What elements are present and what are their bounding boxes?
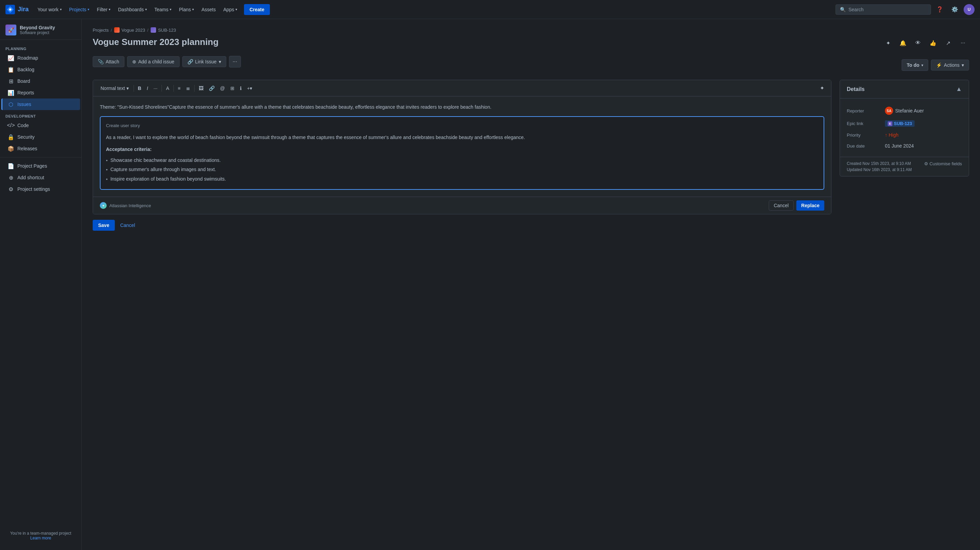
sidebar-item-roadmap[interactable]: 📈 Roadmap: [2, 52, 80, 64]
updated-timestamp: Updated Nov 16th 2023, at 9:11 AM: [847, 167, 912, 172]
text-color-button[interactable]: A: [164, 84, 171, 92]
info-button[interactable]: ℹ: [238, 84, 243, 92]
learn-more-link[interactable]: Learn more: [30, 536, 51, 540]
help-button[interactable]: ❓: [934, 3, 946, 16]
ai-suggestion-box: Create user story As a reader, I want to…: [100, 116, 824, 190]
image-button[interactable]: 🖼: [197, 84, 205, 92]
details-collapse-button[interactable]: ▲: [956, 86, 962, 93]
editor-body[interactable]: Theme: "Sun-Kissed Shorelines"Capture th…: [93, 97, 831, 197]
link-button[interactable]: 🔗: [207, 84, 217, 92]
filter-nav[interactable]: Filter ▾: [93, 5, 114, 14]
plans-nav[interactable]: Plans ▾: [175, 5, 197, 14]
sidebar-item-backlog[interactable]: 📋 Backlog: [2, 64, 80, 75]
bullet-list-button[interactable]: ≡: [176, 84, 183, 92]
priority-icon: ↑: [885, 132, 887, 138]
bold-button[interactable]: B: [136, 84, 143, 92]
ai-story-body: As a reader, I want to explore the world…: [106, 134, 818, 184]
table-button[interactable]: ⊞: [228, 84, 237, 92]
sidebar-item-add-shortcut[interactable]: ⊕ Add shortcut: [2, 172, 80, 183]
editor-wrapper: Normal text ▾ B I ··· A ≡ ≣ 🖼: [93, 80, 831, 215]
ai-footer-buttons: Cancel Replace: [769, 200, 824, 211]
issues-label: Issues: [18, 102, 31, 107]
reports-icon: 📊: [8, 90, 14, 96]
link-icon: 🔗: [188, 59, 193, 64]
breadcrumb-sep-2: /: [147, 28, 149, 33]
apps-nav[interactable]: Apps ▾: [220, 5, 240, 14]
settings-button[interactable]: ⚙️: [949, 3, 961, 16]
add-child-issue-button[interactable]: ⊕ Add a child issue: [127, 56, 180, 67]
dashboards-nav[interactable]: Dashboards ▾: [115, 5, 150, 14]
your-work-nav[interactable]: Your work ▾: [34, 5, 65, 14]
sub-icon: [151, 27, 156, 33]
thumbsup-button[interactable]: 👍: [927, 37, 939, 49]
more-toolbar-button[interactable]: ···: [229, 56, 241, 67]
topnav-right: 🔍 Search ❓ ⚙️ U: [835, 3, 975, 16]
cancel-edit-button[interactable]: Cancel: [118, 220, 138, 231]
sidebar-item-project-pages[interactable]: 📄 Project Pages: [2, 160, 80, 172]
project-pages-label: Project Pages: [18, 163, 47, 168]
planning-section-label: PLANNING: [0, 43, 81, 52]
save-button[interactable]: Save: [93, 220, 115, 231]
status-dropdown[interactable]: To do ▾: [902, 59, 928, 71]
reporter-avatar: SA: [885, 107, 893, 115]
more-options-button[interactable]: ···: [957, 37, 969, 49]
releases-label: Releases: [18, 146, 37, 151]
attach-button[interactable]: 📎 Attach: [93, 56, 124, 67]
assets-nav[interactable]: Assets: [198, 5, 219, 14]
search-box[interactable]: 🔍 Search: [835, 5, 931, 15]
sidebar-item-security[interactable]: 🔒 Security: [2, 131, 80, 143]
toolbar-separator-3: [173, 85, 174, 92]
reporter-label: Reporter: [847, 108, 881, 113]
security-icon: 🔒: [8, 134, 14, 140]
sidebar: 🚀 Beyond Gravity Software project PLANNI…: [0, 19, 82, 550]
sidebar-item-code[interactable]: </> Code: [2, 119, 80, 131]
due-date-row: Due date 01 June 2024: [847, 140, 962, 151]
breadcrumb-projects[interactable]: Projects: [93, 28, 109, 33]
epic-badge[interactable]: E SUB-123: [885, 120, 915, 127]
page-header: Vogue Summer 2023 planning ✦ 🔔 👁 👍 ↗ ···: [93, 37, 969, 49]
code-icon: </>: [8, 122, 14, 129]
share-button[interactable]: ↗: [942, 37, 954, 49]
sidebar-item-reports[interactable]: 📊 Reports: [2, 87, 80, 99]
details-panel: Details ▲ Reporter SA Stefanie Auer: [840, 80, 969, 176]
projects-nav[interactable]: Projects ▾: [66, 5, 93, 14]
breadcrumb-sub[interactable]: SUB-123: [158, 28, 176, 33]
sparkle-button[interactable]: ✦: [882, 37, 894, 49]
notification-button[interactable]: 🔔: [897, 37, 909, 49]
epic-link-label: Epic link: [847, 121, 881, 126]
watch-button[interactable]: 👁: [912, 37, 924, 49]
replace-button[interactable]: Replace: [796, 200, 824, 211]
expand-editor-button[interactable]: ✦: [818, 83, 826, 93]
editor-save-row: Save Cancel: [93, 220, 831, 231]
security-label: Security: [18, 134, 35, 140]
customise-fields-button[interactable]: ⚙ Customise fields: [924, 161, 962, 166]
link-issue-button[interactable]: 🔗 Link Issue ▾: [182, 56, 226, 67]
chevron-down-icon: ▾: [126, 86, 129, 91]
create-button[interactable]: Create: [244, 4, 270, 15]
breadcrumb-vogue[interactable]: Vogue 2023: [122, 28, 145, 33]
numbered-list-button[interactable]: ≣: [184, 84, 192, 92]
text-style-select[interactable]: Normal text ▾: [98, 84, 132, 92]
mention-button[interactable]: @: [218, 84, 227, 92]
top-navigation: Jira Your work ▾ Projects ▾ Filter ▾ Das…: [0, 0, 980, 19]
theme-text: Theme: "Sun-Kissed Shorelines"Capture th…: [100, 103, 824, 111]
add-shortcut-label: Add shortcut: [18, 175, 44, 180]
ai-brand: ✦ Atlassian Intelligence: [100, 202, 151, 209]
sidebar-item-board[interactable]: ⊞ Board: [2, 75, 80, 87]
cancel-ai-button[interactable]: Cancel: [769, 200, 794, 211]
chevron-down-icon: ▾: [219, 59, 221, 64]
teams-nav[interactable]: Teams ▾: [151, 5, 175, 14]
more-formatting-button[interactable]: ···: [152, 84, 160, 92]
actions-button[interactable]: ⚡ Actions ▾: [931, 60, 969, 70]
italic-button[interactable]: I: [145, 84, 150, 92]
project-header[interactable]: 🚀 Beyond Gravity Software project: [0, 19, 81, 40]
sidebar-item-issues[interactable]: ⬡ Issues: [2, 99, 80, 110]
issue-actions-row: 📎 Attach ⊕ Add a child issue 🔗 Link Issu…: [93, 56, 969, 74]
sidebar-item-releases[interactable]: 📦 Releases: [2, 143, 80, 154]
app-logo[interactable]: Jira: [5, 5, 29, 14]
sidebar-item-project-settings[interactable]: ⚙ Project settings: [2, 183, 80, 195]
backlog-label: Backlog: [18, 67, 34, 72]
app-name: Jira: [18, 6, 29, 13]
insert-more-button[interactable]: +▾: [245, 84, 254, 92]
user-avatar[interactable]: U: [964, 4, 975, 15]
